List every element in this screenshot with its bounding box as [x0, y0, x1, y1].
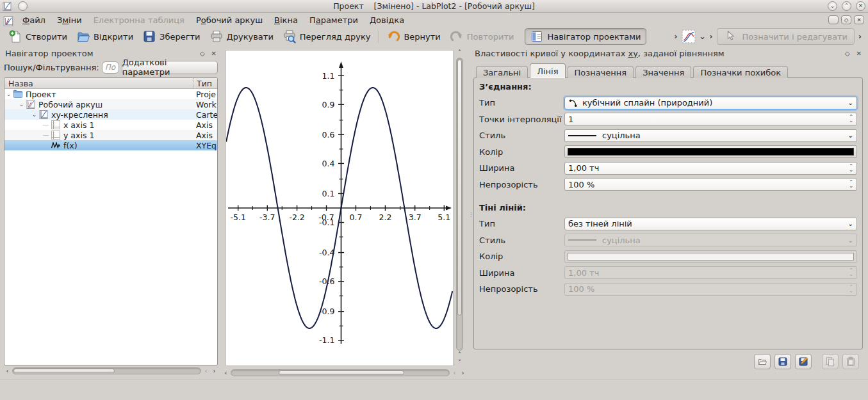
- equation-curve-icon: [51, 140, 61, 150]
- tree-item-type: Work: [193, 100, 217, 109]
- chevron-down-icon[interactable]: ⌄: [700, 32, 706, 41]
- print-preview-icon: [283, 29, 297, 44]
- curve-properties-dock: Властивості кривої у координатах xy, зад…: [472, 47, 865, 377]
- open-button[interactable]: Відкрити: [72, 28, 138, 45]
- load-template-button[interactable]: [754, 354, 771, 369]
- labplot-icon: [3, 15, 14, 26]
- стиль-combobox: суцільна⌄: [564, 234, 857, 246]
- dock-close-icon[interactable]: ✕: [211, 50, 217, 57]
- property-row: Колір: [479, 144, 857, 161]
- тип-combobox[interactable]: без тіней ліній⌄: [564, 218, 857, 230]
- plot-canvas[interactable]: -5.1-3.7-2.2-0.70.72.23.75.11.10.90.60.4…: [225, 50, 454, 366]
- тип-combobox[interactable]: кубічний сплайн (природний)⌄: [564, 97, 857, 109]
- tab-позначки-похибок[interactable]: Позначки похибок: [693, 66, 788, 78]
- непрозорість-spinbox[interactable]: 100 %⌃⌄: [564, 178, 857, 191]
- tree-row-xy-креслення[interactable]: ⌄xy-кресленняCarte: [4, 109, 217, 120]
- worksheet-hscrollbar[interactable]: ‹ ‹ ›: [222, 369, 466, 377]
- search-input[interactable]: [102, 61, 119, 74]
- new-button[interactable]: Створити: [4, 28, 72, 45]
- tree-row-проект[interactable]: ⌄ПроектProje: [4, 89, 217, 99]
- dock-float-icon[interactable]: ◇: [200, 50, 205, 57]
- property-label: Тип: [479, 219, 564, 228]
- menu-файл[interactable]: Файл: [17, 14, 51, 27]
- x-tick-label: -3.7: [259, 212, 275, 222]
- save-icon: [142, 29, 156, 44]
- toolbar-overflow-icon[interactable]: ›: [858, 32, 862, 41]
- statusbar: [0, 379, 868, 400]
- tab-значення[interactable]: Значення: [635, 66, 691, 78]
- scroll-left-icon[interactable]: ‹: [4, 368, 11, 374]
- scroll-down-icon[interactable]: ˅: [456, 360, 463, 366]
- maximize-button[interactable]: ⌃: [842, 1, 851, 11]
- scroll-up-icon[interactable]: ˄: [456, 352, 463, 358]
- spinbox-value: 1: [568, 115, 573, 124]
- точки-інтерполяції-spinbox[interactable]: 1⌃⌄: [564, 113, 857, 125]
- menu-довідка[interactable]: Довідка: [364, 14, 410, 27]
- scroll-up-icon[interactable]: ˄: [456, 50, 463, 56]
- undo-button[interactable]: Вернути: [382, 28, 445, 45]
- scroll-left-icon[interactable]: ‹: [202, 368, 209, 374]
- worksheet-vscrollbar[interactable]: ˄ ˄ ˅: [455, 50, 464, 366]
- spinbox-arrows-icon[interactable]: ⌃⌄: [849, 115, 853, 123]
- scroll-left-icon[interactable]: ‹: [222, 370, 229, 376]
- property-row: Непрозорість100 %⌃⌄: [479, 281, 857, 298]
- dock-float-icon[interactable]: ◇: [845, 50, 850, 57]
- print-preview-button[interactable]: Перегляд друку: [278, 28, 375, 45]
- chevron-down-icon: ⌄: [848, 220, 853, 227]
- project-explorer-button[interactable]: Навігатор проектами: [525, 28, 646, 45]
- save-button[interactable]: Зберегти: [138, 28, 204, 45]
- scroll-right-icon[interactable]: ›: [211, 368, 218, 374]
- стиль-combobox[interactable]: суцільна⌄: [564, 129, 857, 142]
- dock-close-icon[interactable]: ✕: [856, 50, 862, 57]
- menu-робочий-аркуш[interactable]: Робочий аркуш: [190, 14, 268, 27]
- titlebar-menu-button[interactable]: [18, 1, 28, 11]
- minimize-button[interactable]: ⌄: [828, 1, 837, 11]
- titlebar: Проект [Змінено] - LabPlot2 - [Робочий а…: [0, 0, 868, 13]
- tab-позначення[interactable]: Позначення: [568, 66, 634, 78]
- tree-row-y-axis-1[interactable]: y axis 1Axis: [4, 130, 217, 140]
- mdi-close-button[interactable]: ✕: [854, 15, 864, 24]
- tree-row-f(x)[interactable]: f(x)XYEq: [4, 140, 217, 150]
- y-tick-label: -0.1: [319, 218, 334, 227]
- expander-icon[interactable]: ⌄: [4, 91, 13, 97]
- toolbar-overflow-icon[interactable]: ›: [710, 32, 713, 41]
- scrollbar-thumb[interactable]: [457, 60, 462, 316]
- menu-зміни[interactable]: Зміни: [51, 14, 88, 27]
- ширина-spinbox[interactable]: 1,00 тч⌃⌄: [564, 162, 857, 175]
- scroll-left-icon[interactable]: ‹: [451, 370, 458, 376]
- column-header-type[interactable]: Тип: [193, 78, 217, 88]
- column-header-name[interactable]: Назва: [4, 78, 193, 88]
- y-tick-label: 0.1: [322, 189, 335, 198]
- save-template-button[interactable]: [774, 354, 791, 369]
- колір-color-button[interactable]: [564, 145, 857, 158]
- tree-row-x-axis-1[interactable]: x axis 1Axis: [4, 120, 217, 130]
- expander-icon[interactable]: ⌄: [17, 101, 26, 108]
- curve-style-button[interactable]: [682, 29, 696, 44]
- tree-row-робочий-аркуш[interactable]: ⌄Робочий аркушWork: [4, 99, 217, 109]
- worksheet-view: -5.1-3.7-2.2-0.70.72.23.75.11.10.90.60.4…: [221, 46, 472, 378]
- scrollbar-thumb[interactable]: [279, 371, 404, 375]
- print-icon: [209, 29, 224, 44]
- tab-лінія[interactable]: Лінія: [530, 63, 565, 78]
- toolbar-button-label: Відкрити: [94, 32, 133, 42]
- expander-icon[interactable]: ⌄: [30, 111, 38, 118]
- mdi-minimize-button[interactable]: [828, 15, 839, 24]
- close-button[interactable]: ✕: [856, 1, 865, 11]
- app-icon: [2, 1, 12, 12]
- spinbox-arrows-icon[interactable]: ⌃⌄: [849, 164, 853, 172]
- print-button[interactable]: Друкувати: [205, 28, 278, 45]
- toolbar-overflow-icon[interactable]: ›: [675, 32, 678, 41]
- mdi-restore-button[interactable]: ◇: [841, 15, 851, 24]
- project-explorer-dock: Навігатор проектом ◇ ✕ Пошук/Фільтруванн…: [1, 47, 220, 377]
- toolbar-button-label: Зберегти: [160, 32, 200, 42]
- scroll-right-icon[interactable]: ›: [459, 370, 466, 376]
- scrollbar-thumb[interactable]: [13, 369, 115, 373]
- menu-параметри[interactable]: Параметри: [304, 14, 364, 27]
- menu-вікна[interactable]: Вікна: [268, 14, 304, 27]
- tree-branch-line: [43, 145, 49, 146]
- spinbox-arrows-icon[interactable]: ⌃⌄: [849, 180, 853, 188]
- save-as-template-button[interactable]: [795, 354, 812, 369]
- more-options-button[interactable]: Додаткові параметри: [122, 61, 218, 74]
- tab-загальні[interactable]: Загальні: [476, 66, 528, 78]
- tree-hscrollbar[interactable]: ‹ ‹ ›: [4, 367, 218, 375]
